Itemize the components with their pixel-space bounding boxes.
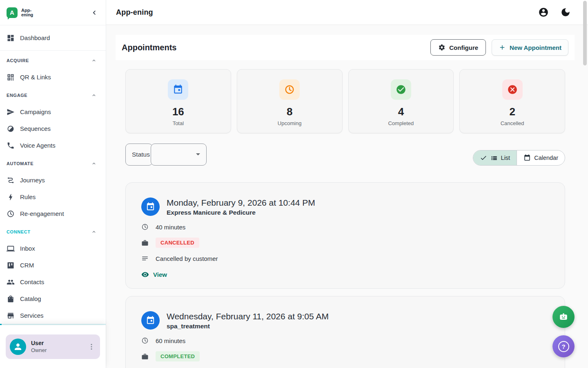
view-action[interactable]: View [141,271,167,278]
clock-icon [7,210,15,218]
stat-card-completed: 4 Completed [348,69,454,133]
question-mark-icon: ? [558,341,569,352]
logo-row: A App- ening [0,0,106,25]
clock-icon [284,84,295,95]
vertical-scrollbar-thumb[interactable] [583,1,587,65]
topbar-actions [538,7,571,18]
account-circle-icon[interactable] [538,7,549,18]
check-icon [480,154,487,162]
status-filter-select[interactable]: Status [125,144,207,166]
page-actions: Configure New Appointment [430,39,568,56]
dark-mode-moon-icon[interactable] [560,7,571,18]
sidebar-item-voice-agents[interactable]: Voice Agents [0,137,106,154]
status-row: CANCELLED [141,238,548,248]
people-icon [7,278,15,286]
sidebar-item-catalog[interactable]: Catalog [0,290,106,307]
qr-code-icon [7,73,15,81]
main-area: App-ening Appointments Configure New App… [106,0,588,368]
person-icon [13,342,23,352]
list-icon [490,154,498,162]
sidebar-item-journeys[interactable]: Journeys [0,172,106,188]
sidebar-item-rules[interactable]: Rules [0,188,106,205]
help-fab-button[interactable]: ? [552,335,575,357]
appointment-header: Monday, February 9, 2026 at 10:44 PM Exp… [141,197,548,216]
appointment-duration: 40 minutes [156,224,185,231]
robot-icon [558,311,569,323]
app-logo-icon: A [7,7,18,18]
sidebar-item-re-engagement[interactable]: Re-engagement [0,205,106,222]
x-circle-icon [507,84,518,95]
section-header-connect[interactable]: CONNECT [0,224,106,240]
route-icon [7,176,15,184]
lightning-bolt-icon [7,193,15,201]
user-avatar [10,339,26,355]
view-link: View [153,271,167,278]
stat-label: Total [173,120,184,126]
new-appointment-button[interactable]: New Appointment [492,39,568,56]
chevron-up-icon [91,161,97,166]
plus-icon [499,44,506,51]
view-toggle-list[interactable]: List [473,150,517,165]
calendar-event-icon [146,316,155,325]
calendar-event-icon [146,202,155,211]
user-card[interactable]: User Owner [6,334,100,359]
check-circle-icon [396,84,406,95]
app-root: A App- ening Dashboard ACQUIRE QR & Link… [0,0,588,368]
section-header-engage[interactable]: ENGAGE [0,87,106,103]
chevron-left-icon [91,9,98,16]
sidebar-item-campaigns[interactable]: Campaigns [0,103,106,120]
view-toggle-calendar[interactable]: Calendar [517,150,565,165]
stat-card-upcoming: 8 Upcoming [237,69,343,133]
appointment-service: spa_treatment [167,323,329,330]
sidebar-item-qr-links[interactable]: QR & Links [0,69,106,85]
sidebar-item-contacts[interactable]: Contacts [0,274,106,290]
sidebar: A App- ening Dashboard ACQUIRE QR & Link… [0,0,106,368]
sidebar-item-inbox[interactable]: Inbox [0,240,106,257]
appointment-datetime: Wednesday, February 11, 2026 at 9:05 AM [167,311,329,321]
gear-icon [438,44,445,51]
sidebar-item-crm[interactable]: CRM [0,257,106,274]
calendar-icon [173,84,183,95]
status-badge: CANCELLED [156,238,199,248]
chevron-up-icon [91,58,97,63]
user-meta: User Owner [31,340,47,353]
section-header-acquire[interactable]: ACQUIRE [0,52,106,69]
user-role: Owner [31,347,47,353]
chatbot-fab-button[interactable] [552,306,575,328]
note-row: Cancelled by customer [141,255,548,262]
status-row: COMPLETED [141,351,548,361]
badge-icon [141,239,149,247]
chevron-up-icon [91,92,97,98]
appointment-datetime: Monday, February 9, 2026 at 10:44 PM [167,197,315,208]
stat-value: 8 [287,105,292,118]
appointment-duration: 60 minutes [156,337,185,344]
status-select-label: Status [132,144,150,166]
sidebar-item-sequences[interactable]: Sequences [0,120,106,137]
stat-icon-box [502,79,523,100]
shopping-bag-icon [7,295,15,303]
app-logo-text: App- ening [21,8,33,17]
section-header-automate[interactable]: AUTOMATE [0,155,106,172]
view-toggle: List Calendar [473,150,565,166]
dashboard-icon [7,34,15,42]
page-title: Appointments [122,43,176,52]
sidebar-item-services[interactable]: Services [0,307,106,324]
duration-row: 60 minutes [141,337,548,344]
stat-label: Upcoming [278,120,302,126]
storefront-icon [7,312,15,320]
half-circle-icon [7,125,15,133]
content: Appointments Configure New Appointment [106,25,588,368]
topbar: App-ening [106,0,588,25]
stat-icon-box [279,79,300,100]
appointment-avatar [141,311,160,330]
stat-icon-box [391,79,411,100]
configure-button[interactable]: Configure [430,39,486,56]
appointments-list: Monday, February 9, 2026 at 10:44 PM Exp… [125,182,565,368]
sidebar-collapse-button[interactable] [89,8,99,18]
kebab-menu-icon[interactable] [87,342,96,351]
badge-icon [141,353,149,360]
sidebar-item-dashboard[interactable]: Dashboard [0,25,106,51]
notes-icon [141,255,149,262]
appointment-note: Cancelled by customer [156,255,218,262]
user-name: User [31,340,47,346]
